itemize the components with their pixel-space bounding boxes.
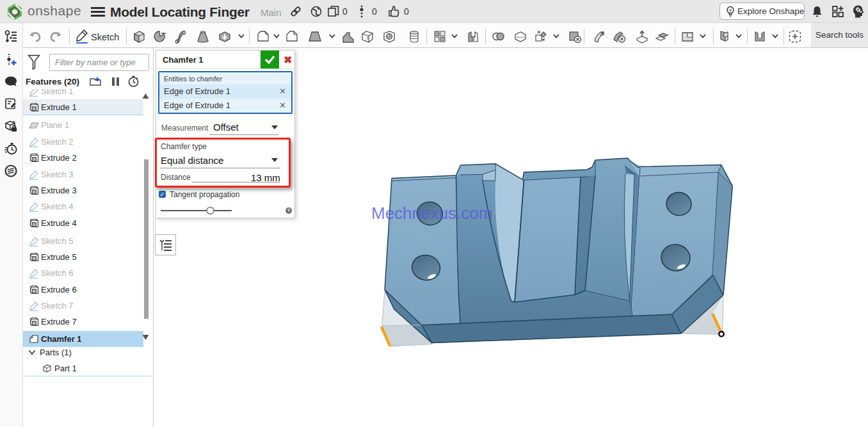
svg-text:Mechnexus.com: Mechnexus.com — [371, 204, 492, 223]
svg-text:?: ? — [12, 120, 15, 125]
